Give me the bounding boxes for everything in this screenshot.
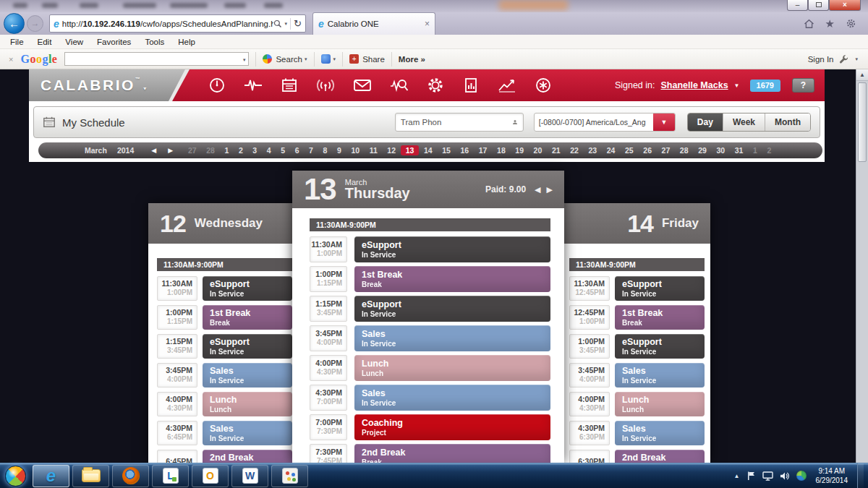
refresh-icon[interactable]: ↻	[294, 18, 302, 29]
view-week-button[interactable]: Week	[723, 114, 765, 131]
start-button[interactable]	[5, 466, 26, 487]
prev-day-icon[interactable]: ◀	[535, 185, 540, 194]
chevron-down-icon[interactable]: ▾	[333, 56, 336, 62]
schedule-row-lunch[interactable]: 4:00PM4:30PMLunchLunch	[310, 355, 550, 381]
broadcast-icon[interactable]	[316, 77, 335, 94]
activity-block[interactable]: 2nd BreakBreak	[615, 450, 705, 463]
timezone-select[interactable]: [-0800/-0700] America/Los_Ang ▼	[534, 113, 676, 132]
date-9[interactable]: 9	[332, 145, 346, 155]
date-19[interactable]: 19	[511, 145, 529, 155]
activity-block[interactable]: CoachingProject	[354, 414, 550, 440]
browser-tab[interactable]: e Calabrio ONE ×	[312, 12, 435, 35]
view-month-button[interactable]: Month	[765, 114, 810, 131]
trend-chart-icon[interactable]	[498, 77, 516, 94]
menu-view[interactable]: View	[65, 38, 83, 46]
taskbar-word[interactable]: W	[231, 465, 268, 487]
schedule-row-esupport[interactable]: 11:30AM12:45PMeSupportIn Service	[569, 276, 705, 301]
schedule-row-1st-break[interactable]: 1:00PM1:15PM1st BreakBreak	[310, 266, 550, 292]
forward-button[interactable]: →	[27, 15, 43, 32]
date-20[interactable]: 20	[529, 145, 547, 155]
date-28[interactable]: 28	[201, 145, 219, 155]
home-icon[interactable]	[804, 19, 814, 29]
schedule-row-esupport[interactable]: 11:30AM1:00PMeSupportIn Service	[310, 236, 550, 262]
date-4[interactable]: 4	[262, 145, 276, 155]
agent-search-box[interactable]	[395, 113, 524, 132]
chevron-down-icon[interactable]: ▾	[243, 57, 246, 63]
date-27[interactable]: 27	[183, 145, 201, 155]
window-minimize-button[interactable]: –	[787, 0, 808, 11]
activity-block[interactable]: 2nd BreakBreak	[354, 444, 550, 463]
activity-block[interactable]: SalesIn Service	[354, 325, 550, 351]
schedule-row-2nd-break[interactable]: 6:30PM2nd BreakBreak	[569, 450, 705, 463]
window-close-button[interactable]: ×	[829, 0, 861, 11]
schedule-row-sales[interactable]: 3:45PM4:00PMSalesIn Service	[310, 325, 550, 351]
date-14[interactable]: 14	[419, 145, 437, 155]
show-desktop-button[interactable]	[857, 463, 864, 488]
wave-search-icon[interactable]	[390, 77, 409, 94]
date-11[interactable]: 11	[365, 145, 383, 155]
date-2[interactable]: 2	[762, 145, 776, 155]
timezone-dropdown-button[interactable]: ▼	[653, 113, 675, 132]
date-7[interactable]: 7	[304, 145, 318, 155]
schedule-row-lunch[interactable]: 4:00PM4:30PMLunchLunch	[569, 392, 705, 416]
asterisk-icon[interactable]	[535, 77, 552, 94]
date-16[interactable]: 16	[456, 145, 474, 155]
day-card-wednesday[interactable]: 12 Wednesday 11:30AM-9:00PM 11:30AM1:00P…	[148, 203, 298, 463]
more-button[interactable]: More »	[399, 55, 425, 64]
schedule-row-coaching[interactable]: 7:00PM7:30PMCoachingProject	[310, 414, 550, 440]
action-center-flag-icon[interactable]	[746, 471, 756, 481]
address-dropdown-icon[interactable]: ▾	[285, 21, 288, 27]
chevron-down-icon[interactable]: ▾	[305, 56, 307, 62]
next-day-icon[interactable]: ▶	[547, 185, 553, 194]
waveform-icon[interactable]	[244, 77, 263, 94]
gear-icon[interactable]	[427, 77, 444, 94]
date-5[interactable]: 5	[276, 145, 289, 155]
activity-block[interactable]: eSupportIn Service	[615, 276, 705, 301]
settings-gear-icon[interactable]	[846, 18, 856, 29]
menu-file[interactable]: File	[10, 38, 24, 46]
back-button[interactable]: ←	[4, 13, 25, 34]
activity-block[interactable]: LunchLunch	[354, 355, 550, 381]
date-2[interactable]: 2	[234, 145, 247, 155]
favorites-star-icon[interactable]: ★	[825, 17, 835, 30]
activity-block[interactable]: eSupportIn Service	[203, 276, 292, 301]
schedule-row-2nd-break[interactable]: 6:45PM2nd BreakBreak	[157, 450, 292, 463]
envelope-icon[interactable]	[353, 77, 372, 94]
date-25[interactable]: 25	[620, 145, 638, 155]
date-1[interactable]: 1	[748, 145, 762, 155]
date-13[interactable]: 13	[401, 145, 419, 155]
date-15[interactable]: 15	[437, 145, 455, 155]
date-10[interactable]: 10	[346, 145, 365, 155]
activity-block[interactable]: eSupportIn Service	[354, 236, 550, 262]
calendar-icon[interactable]	[281, 77, 298, 94]
activity-block[interactable]: 2nd BreakBreak	[203, 450, 292, 463]
activity-block[interactable]: 1st BreakBreak	[354, 266, 550, 292]
activity-block[interactable]: LunchLunch	[203, 392, 292, 416]
day-card-thursday[interactable]: 13 March Thursday Paid: 9.00 ◀ ▶ 11:30AM…	[292, 171, 564, 463]
activity-block[interactable]: eSupportIn Service	[354, 296, 550, 322]
scrollbar-thumb[interactable]	[858, 82, 867, 162]
scroll-up-icon[interactable]: ▲	[856, 69, 868, 81]
menu-favorites[interactable]: Favorites	[97, 38, 131, 46]
schedule-row-1st-break[interactable]: 12:45PM1:00PM1st BreakBreak	[569, 305, 705, 330]
menu-edit[interactable]: Edit	[38, 38, 52, 46]
report-icon[interactable]	[462, 77, 480, 94]
menu-help[interactable]: Help	[178, 38, 195, 46]
date-18[interactable]: 18	[492, 145, 510, 155]
activity-block[interactable]: SalesIn Service	[354, 385, 550, 411]
taskbar-firefox[interactable]	[112, 465, 149, 487]
date-30[interactable]: 30	[712, 145, 730, 155]
schedule-row-sales[interactable]: 4:30PM6:30PMSalesIn Service	[569, 421, 705, 445]
date-12[interactable]: 12	[383, 145, 401, 155]
date-21[interactable]: 21	[547, 145, 565, 155]
date-3[interactable]: 3	[248, 145, 262, 155]
taskbar-paint[interactable]	[271, 465, 308, 487]
activity-block[interactable]: eSupportIn Service	[615, 334, 705, 359]
activity-block[interactable]: SalesIn Service	[615, 421, 705, 445]
schedule-row-esupport[interactable]: 1:15PM3:45PMeSupportIn Service	[310, 296, 550, 322]
date-27[interactable]: 27	[657, 145, 675, 155]
taskbar-internet-explorer[interactable]: e	[33, 465, 69, 487]
schedule-row-lunch[interactable]: 4:00PM4:30PMLunchLunch	[157, 392, 292, 416]
date-8[interactable]: 8	[318, 145, 332, 155]
taskbar-windows-explorer[interactable]	[72, 465, 109, 487]
